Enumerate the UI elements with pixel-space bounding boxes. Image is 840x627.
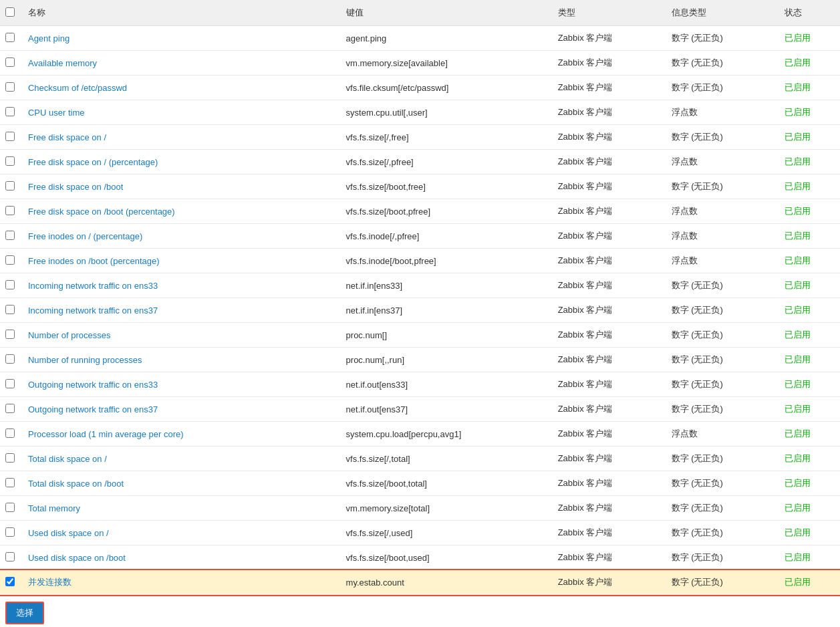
item-status: 已启用 <box>779 397 840 422</box>
row-checkbox[interactable] <box>5 305 15 314</box>
table-row: Used disk space on /vfs.fs.size[/,used]Z… <box>0 521 840 545</box>
item-status: 已启用 <box>779 447 840 471</box>
item-key: system.cpu.util[,user] <box>341 100 553 125</box>
row-checkbox[interactable] <box>5 57 15 67</box>
row-checkbox[interactable] <box>5 255 15 265</box>
table-row: Free disk space on /bootvfs.fs.size[/boo… <box>0 174 840 199</box>
table-row: Free inodes on / (percentage)vfs.fs.inod… <box>0 224 840 249</box>
footer-area: 选择 <box>0 595 840 627</box>
row-checkbox[interactable] <box>5 231 15 240</box>
item-name-link[interactable]: Outgoing network traffic on ens37 <box>28 404 158 414</box>
item-type: Zabbix 客户端 <box>553 471 666 496</box>
item-key: vfs.file.cksum[/etc/passwd] <box>341 76 553 100</box>
item-name-link[interactable]: Agent ping <box>28 33 69 43</box>
header-name: 名称 <box>23 0 341 26</box>
row-checkbox[interactable] <box>5 107 15 116</box>
item-name-link[interactable]: Free disk space on /boot (percentage) <box>28 207 175 217</box>
row-checkbox[interactable] <box>5 428 15 438</box>
item-key: vfs.fs.size[/boot,total] <box>341 471 553 496</box>
item-name-link[interactable]: Free disk space on /boot <box>28 182 123 192</box>
item-type: Zabbix 客户端 <box>553 76 666 100</box>
row-checkbox[interactable] <box>5 206 15 215</box>
item-type: Zabbix 客户端 <box>553 496 666 521</box>
item-key: agent.ping <box>341 26 553 51</box>
table-row: Number of processesproc.num[]Zabbix 客户端数… <box>0 323 840 348</box>
row-checkbox[interactable] <box>5 181 15 191</box>
item-name-link[interactable]: CPU user time <box>28 108 85 118</box>
item-name-link[interactable]: Number of running processes <box>28 355 142 365</box>
item-info-type: 浮点数 <box>666 150 780 174</box>
item-name-link[interactable]: Free disk space on / <box>28 132 106 142</box>
item-info-type: 数字 (无正负) <box>666 125 780 150</box>
item-key: vfs.fs.inode[/,pfree] <box>341 224 553 249</box>
row-checkbox[interactable] <box>5 82 15 92</box>
table-row: Processor load (1 min average per core)s… <box>0 422 840 447</box>
item-name-link[interactable]: Free disk space on / (percentage) <box>28 157 158 167</box>
row-checkbox[interactable] <box>5 330 15 339</box>
item-info-type: 数字 (无正负) <box>666 471 780 496</box>
table-row: Available memoryvm.memory.size[available… <box>0 51 840 76</box>
item-name-link[interactable]: Number of processes <box>28 330 111 340</box>
item-type: Zabbix 客户端 <box>553 273 666 298</box>
item-info-type: 数字 (无正负) <box>666 521 780 545</box>
item-type: Zabbix 客户端 <box>553 397 666 422</box>
table-header: 名称 键值 类型 信息类型 状态 <box>0 0 840 26</box>
row-checkbox[interactable] <box>5 478 15 487</box>
item-type: Zabbix 客户端 <box>553 570 666 595</box>
item-name-link[interactable]: Processor load (1 min average per core) <box>28 429 184 439</box>
item-name-link[interactable]: Free inodes on /boot (percentage) <box>28 256 160 266</box>
item-key: net.if.in[ens37] <box>341 298 553 323</box>
item-name-link[interactable]: Incoming network traffic on ens33 <box>28 281 158 291</box>
row-checkbox[interactable] <box>5 33 15 42</box>
row-checkbox[interactable] <box>5 503 15 512</box>
item-key: vfs.fs.size[/boot,free] <box>341 174 553 199</box>
item-info-type: 数字 (无正负) <box>666 174 780 199</box>
table-row: Total disk space on /bootvfs.fs.size[/bo… <box>0 471 840 496</box>
row-checkbox[interactable] <box>5 404 15 413</box>
select-button[interactable]: 选择 <box>5 602 44 624</box>
item-name-link[interactable]: Available memory <box>28 58 97 68</box>
item-info-type: 数字 (无正负) <box>666 273 780 298</box>
item-name-link[interactable]: Total disk space on / <box>28 454 107 464</box>
item-name-link[interactable]: Outgoing network traffic on ens33 <box>28 380 158 390</box>
item-key: vm.memory.size[total] <box>341 496 553 521</box>
row-checkbox[interactable] <box>5 577 15 586</box>
item-info-type: 数字 (无正负) <box>666 323 780 348</box>
item-info-type: 浮点数 <box>666 199 780 224</box>
row-checkbox[interactable] <box>5 132 15 141</box>
item-name-link[interactable]: Used disk space on /boot <box>28 553 126 563</box>
header-checkbox-col <box>0 0 23 26</box>
item-key: net.if.out[ens33] <box>341 372 553 397</box>
item-type: Zabbix 客户端 <box>553 422 666 447</box>
select-all-checkbox[interactable] <box>5 7 15 17</box>
item-status: 已启用 <box>779 521 840 545</box>
row-checkbox[interactable] <box>5 354 15 364</box>
item-name-link[interactable]: Total memory <box>28 503 80 513</box>
row-checkbox[interactable] <box>5 552 15 561</box>
item-name-link[interactable]: Checksum of /etc/passwd <box>28 83 127 93</box>
item-type: Zabbix 客户端 <box>553 298 666 323</box>
item-status: 已启用 <box>779 199 840 224</box>
table-row: Incoming network traffic on ens37net.if.… <box>0 298 840 323</box>
row-checkbox[interactable] <box>5 280 15 289</box>
row-checkbox[interactable] <box>5 527 15 537</box>
table-row: Checksum of /etc/passwdvfs.file.cksum[/e… <box>0 76 840 100</box>
item-type: Zabbix 客户端 <box>553 51 666 76</box>
item-name-link[interactable]: Total disk space on /boot <box>28 479 124 489</box>
item-name-link[interactable]: Incoming network traffic on ens37 <box>28 305 158 316</box>
item-name-link[interactable]: 并发连接数 <box>28 577 72 587</box>
item-type: Zabbix 客户端 <box>553 249 666 273</box>
item-info-type: 数字 (无正负) <box>666 26 780 51</box>
item-key: vfs.fs.size[/,used] <box>341 521 553 545</box>
item-name-link[interactable]: Used disk space on / <box>28 528 109 538</box>
item-type: Zabbix 客户端 <box>553 545 666 570</box>
item-status: 已启用 <box>779 372 840 397</box>
row-checkbox[interactable] <box>5 156 15 166</box>
header-status: 状态 <box>779 0 840 26</box>
row-checkbox[interactable] <box>5 379 15 388</box>
row-checkbox[interactable] <box>5 453 15 463</box>
item-name-link[interactable]: Free inodes on / (percentage) <box>28 231 142 241</box>
item-key: vfs.fs.inode[/boot,pfree] <box>341 249 553 273</box>
item-info-type: 数字 (无正负) <box>666 447 780 471</box>
item-info-type: 数字 (无正负) <box>666 76 780 100</box>
